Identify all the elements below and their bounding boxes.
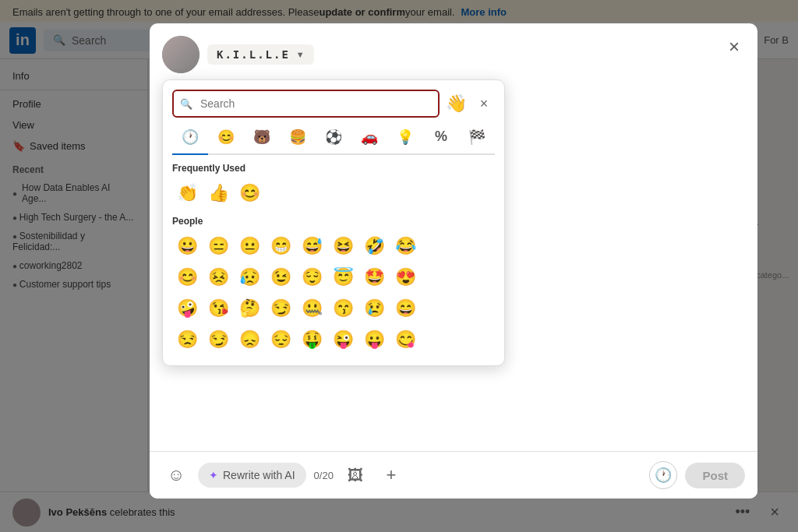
emoji-relieved2[interactable]: 😌 — [297, 262, 327, 292]
modal-header: K.I.L.L.E ▼ — [150, 23, 757, 81]
emoji-trigger-button[interactable]: ☺ — [162, 461, 190, 489]
emoji-tab-objects[interactable]: 💡 — [387, 125, 423, 149]
post-button[interactable]: Post — [685, 463, 745, 488]
emoji-zany[interactable]: 🤪 — [172, 294, 202, 323]
emoji-beam[interactable]: 😁 — [266, 231, 295, 261]
emoji-tab-activities[interactable]: ⚽ — [316, 125, 351, 149]
frequently-used-label: Frequently Used — [172, 163, 495, 174]
emoji-picker: 🔍 👋 × 🕐 😊 🐻 🍔 ⚽ 🚗 💡 % 🏁 — [162, 79, 505, 366]
image-upload-button[interactable]: 🖼 — [341, 461, 369, 489]
emoji-smiley-icon: ☺ — [168, 465, 185, 485]
wave-emoji: 👋 — [446, 93, 467, 113]
emoji-category-tabs: 🕐 😊 🐻 🍔 ⚽ 🚗 💡 % 🏁 — [172, 125, 495, 155]
emoji-zipper[interactable]: 🤐 — [297, 294, 327, 323]
emoji-innocent[interactable]: 😇 — [328, 262, 358, 292]
people-row-1: 😀 😑 😐 😁 😅 😆 🤣 😂 — [172, 231, 495, 261]
emoji-kissing[interactable]: 😙 — [328, 294, 358, 323]
emoji-search-row: 🔍 👋 × — [172, 90, 495, 118]
sparkle-icon: ✦ — [209, 469, 218, 481]
plus-icon: + — [386, 465, 396, 485]
clock-icon: 🕐 — [655, 467, 672, 484]
emoji-cry[interactable]: 😢 — [359, 294, 389, 323]
emoji-star-struck[interactable]: 🤩 — [359, 262, 389, 292]
emoji-grinning[interactable]: 😀 — [172, 231, 202, 261]
emoji-neutral[interactable]: 😐 — [235, 231, 264, 261]
emoji-rofl[interactable]: 🤣 — [359, 231, 389, 261]
username-box[interactable]: K.I.L.L.E ▼ — [207, 44, 314, 65]
emoji-money-mouth[interactable]: 🤑 — [297, 325, 327, 354]
dropdown-arrow-icon: ▼ — [296, 50, 305, 59]
char-count: 0/20 — [314, 470, 334, 481]
schedule-button[interactable]: 🕐 — [649, 461, 677, 489]
username-text: K.I.L.L.E — [217, 48, 290, 61]
image-icon: 🖼 — [348, 467, 363, 484]
emoji-smile2[interactable]: 😄 — [390, 294, 420, 323]
add-media-button[interactable]: + — [377, 461, 405, 489]
emoji-joy[interactable]: 😂 — [390, 231, 420, 261]
post-toolbar: ☺ ✦ Rewrite with AI 0/20 🖼 + 🕐 Post — [150, 451, 757, 499]
emoji-wink-tongue[interactable]: 😜 — [328, 325, 358, 354]
emoji-smirk[interactable]: 😏 — [266, 294, 295, 323]
emoji-wave-button[interactable]: 👋 — [446, 93, 467, 114]
emoji-yum[interactable]: 😋 — [390, 325, 420, 354]
emoji-tab-food[interactable]: 🍔 — [280, 125, 316, 149]
emoji-tab-smileys[interactable]: 😊 — [208, 125, 244, 149]
emoji-tab-flags[interactable]: 🏁 — [459, 125, 495, 149]
emoji-tab-travel[interactable]: 🚗 — [351, 125, 387, 149]
emoji-tab-symbols[interactable]: % — [423, 125, 459, 149]
frequently-used-row: 👏 👍 😊 — [172, 178, 495, 208]
emoji-search-input[interactable] — [172, 90, 440, 118]
emoji-sweat-smile[interactable]: 😅 — [297, 231, 327, 261]
emoji-tab-animals[interactable]: 🐻 — [244, 125, 280, 149]
emoji-picker-close-button[interactable]: × — [473, 93, 495, 115]
emoji-clapping[interactable]: 👏 — [172, 178, 202, 208]
modal-close-button[interactable]: × — [722, 34, 747, 59]
people-label: People — [172, 216, 495, 227]
emoji-blush[interactable]: 😊 — [172, 262, 202, 292]
username-area: K.I.L.L.E ▼ — [207, 44, 314, 65]
emoji-thumbsup[interactable]: 👍 — [203, 178, 233, 208]
people-row-3: 🤪 😘 🤔 😏 🤐 😙 😢 😄 — [172, 294, 495, 323]
emoji-unamused[interactable]: 😒 — [172, 325, 202, 354]
post-modal: × K.I.L.L.E ▼ 🔍 👋 × — [150, 23, 757, 499]
emoji-smile[interactable]: 😊 — [235, 178, 264, 208]
emoji-heart-eyes[interactable]: 😍 — [390, 262, 420, 292]
emoji-stuck-out[interactable]: 😛 — [359, 325, 389, 354]
emoji-expressionless[interactable]: 😑 — [203, 231, 233, 261]
rewrite-ai-label: Rewrite with AI — [223, 469, 295, 481]
emoji-laughing[interactable]: 😆 — [328, 231, 358, 261]
emoji-tab-recent[interactable]: 🕐 — [172, 125, 208, 149]
emoji-wink[interactable]: 😉 — [266, 262, 295, 292]
emoji-close-icon: × — [480, 96, 489, 112]
people-row-4: 😒 😏 😞 😔 🤑 😜 😛 😋 — [172, 325, 495, 354]
emoji-smirk2[interactable]: 😏 — [203, 325, 233, 354]
emoji-disappointed[interactable]: 😞 — [235, 325, 264, 354]
emoji-relieved[interactable]: 😥 — [235, 262, 264, 292]
emoji-search-wrapper: 🔍 — [172, 90, 440, 118]
emoji-pensive[interactable]: 😔 — [266, 325, 295, 354]
emoji-search-icon: 🔍 — [180, 98, 192, 110]
emoji-kissing-heart[interactable]: 😘 — [203, 294, 233, 323]
close-icon: × — [729, 36, 740, 58]
avatar — [162, 36, 200, 73]
rewrite-ai-button[interactable]: ✦ Rewrite with AI — [198, 463, 306, 488]
emoji-thinking[interactable]: 🤔 — [235, 294, 264, 323]
people-row-2: 😊 😣 😥 😉 😌 😇 🤩 😍 — [172, 262, 495, 292]
emoji-persevere[interactable]: 😣 — [203, 262, 233, 292]
